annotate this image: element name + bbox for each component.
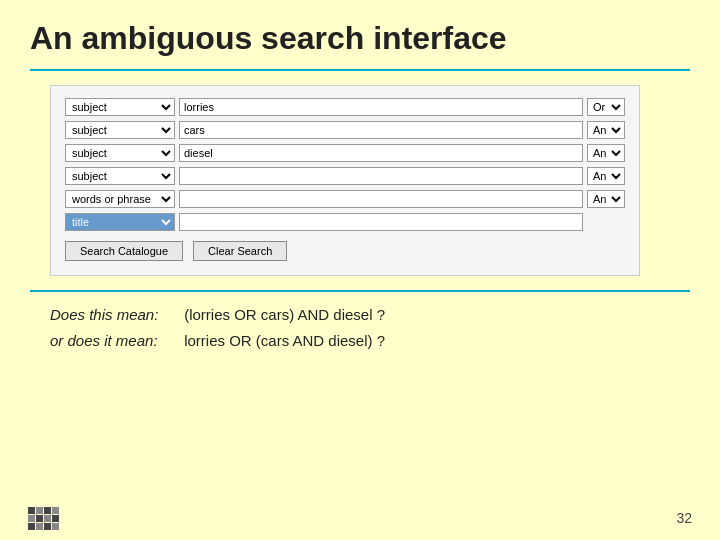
- search-row-6: subject words or phrase title: [65, 213, 625, 231]
- value-input-3[interactable]: [179, 144, 583, 162]
- logo-cell: [52, 515, 59, 522]
- field-select-4[interactable]: subject words or phrase title: [65, 167, 175, 185]
- line1-label: Does this mean:: [50, 302, 180, 328]
- search-row-1: subject words or phrase title author Or …: [65, 98, 625, 116]
- button-row: Search Catalogue Clear Search: [65, 241, 625, 261]
- value-input-6[interactable]: [179, 213, 583, 231]
- field-select-5[interactable]: subject words or phrase title: [65, 190, 175, 208]
- value-input-4[interactable]: [179, 167, 583, 185]
- logo-cell: [44, 515, 51, 522]
- slide-title: An ambiguous search interface: [30, 20, 690, 57]
- slide: An ambiguous search interface subject wo…: [0, 0, 720, 540]
- logo-cell: [36, 515, 43, 522]
- top-divider: [30, 69, 690, 71]
- logo-cell: [44, 507, 51, 514]
- search-row-2: subject words or phrase title Or And Not: [65, 121, 625, 139]
- operator-select-1[interactable]: Or And Not: [587, 98, 625, 116]
- field-select-3[interactable]: subject words or phrase title: [65, 144, 175, 162]
- logo-area: [28, 507, 59, 530]
- description-area: Does this mean: (lorries OR cars) AND di…: [50, 302, 690, 353]
- logo-cell: [52, 507, 59, 514]
- description-line-2: or does it mean: lorries OR (cars AND di…: [50, 328, 690, 354]
- line1-value: (lorries OR cars) AND diesel ?: [184, 306, 385, 323]
- logo-cell: [28, 523, 35, 530]
- clear-search-button[interactable]: Clear Search: [193, 241, 287, 261]
- logo-cell: [28, 515, 35, 522]
- logo-cell: [52, 523, 59, 530]
- logo-cell: [36, 507, 43, 514]
- field-select-6[interactable]: subject words or phrase title: [65, 213, 175, 231]
- value-input-1[interactable]: [179, 98, 583, 116]
- logo-cell: [36, 523, 43, 530]
- search-row-3: subject words or phrase title Or And Not: [65, 144, 625, 162]
- logo-cell: [44, 523, 51, 530]
- operator-select-2[interactable]: Or And Not: [587, 121, 625, 139]
- logo-cell: [28, 507, 35, 514]
- operator-select-5[interactable]: Or And Not: [587, 190, 625, 208]
- description-line-1: Does this mean: (lorries OR cars) AND di…: [50, 302, 690, 328]
- search-row-4: subject words or phrase title Or And Not: [65, 167, 625, 185]
- logo-grid: [28, 507, 59, 530]
- operator-select-4[interactable]: Or And Not: [587, 167, 625, 185]
- search-row-5: subject words or phrase title Or And Not: [65, 190, 625, 208]
- value-input-2[interactable]: [179, 121, 583, 139]
- line2-value: lorries OR (cars AND diesel) ?: [184, 332, 385, 349]
- line2-label: or does it mean:: [50, 328, 180, 354]
- field-select-1[interactable]: subject words or phrase title author: [65, 98, 175, 116]
- search-catalogue-button[interactable]: Search Catalogue: [65, 241, 183, 261]
- value-input-5[interactable]: [179, 190, 583, 208]
- search-interface-box: subject words or phrase title author Or …: [50, 85, 640, 276]
- page-number: 32: [676, 510, 692, 526]
- bottom-divider: [30, 290, 690, 292]
- field-select-2[interactable]: subject words or phrase title: [65, 121, 175, 139]
- operator-select-3[interactable]: Or And Not: [587, 144, 625, 162]
